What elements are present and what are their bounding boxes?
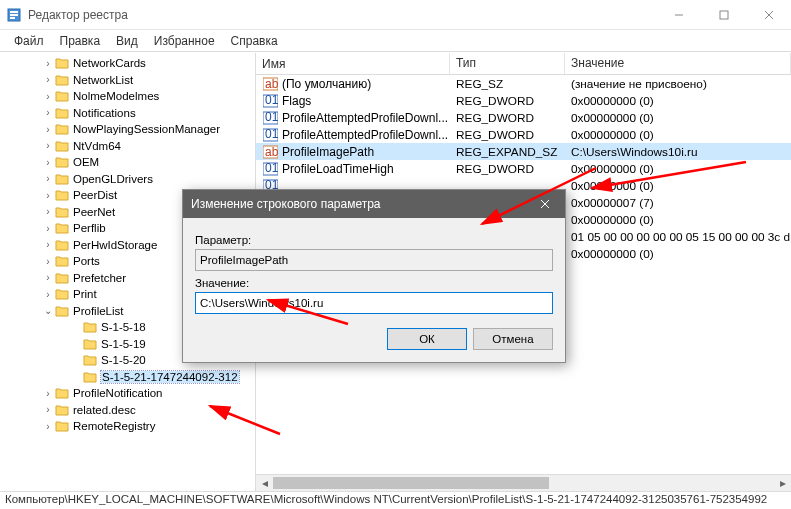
value-name: Flags bbox=[282, 94, 311, 108]
tree-node[interactable]: S-1-5-21-1747244092-312 bbox=[0, 369, 255, 386]
tree-node[interactable]: ›ProfileNotification bbox=[0, 385, 255, 402]
tree-node[interactable]: ›related.desc bbox=[0, 402, 255, 419]
menu-favorites[interactable]: Избранное bbox=[146, 32, 223, 50]
chevron-right-icon[interactable]: › bbox=[42, 74, 54, 85]
table-row[interactable]: 011ProfileAttemptedProfileDownl...REG_DW… bbox=[256, 126, 791, 143]
folder-icon bbox=[54, 304, 70, 318]
ok-button[interactable]: ОК bbox=[387, 328, 467, 350]
tree-node[interactable]: ›NetworkCards bbox=[0, 55, 255, 72]
cell-type: REG_DWORD bbox=[450, 111, 565, 125]
dialog-titlebar[interactable]: Изменение строкового параметра bbox=[183, 190, 565, 218]
dialog-title: Изменение строкового параметра bbox=[191, 197, 381, 211]
svg-text:ab: ab bbox=[265, 77, 278, 91]
tree-node[interactable]: ›Notifications bbox=[0, 105, 255, 122]
tree-node[interactable]: ›NtVdm64 bbox=[0, 138, 255, 155]
col-name[interactable]: Имя bbox=[256, 53, 450, 74]
tree-node[interactable]: ›OpenGLDrivers bbox=[0, 171, 255, 188]
folder-icon bbox=[54, 221, 70, 235]
svg-rect-5 bbox=[720, 11, 728, 19]
scroll-thumb[interactable] bbox=[273, 477, 549, 489]
minimize-button[interactable] bbox=[656, 1, 701, 29]
tree-node[interactable]: ›NowPlayingSessionManager bbox=[0, 121, 255, 138]
tree-label: NowPlayingSessionManager bbox=[73, 123, 220, 135]
chevron-right-icon[interactable]: › bbox=[42, 190, 54, 201]
folder-icon bbox=[54, 254, 70, 268]
svg-rect-3 bbox=[10, 17, 15, 19]
chevron-right-icon[interactable]: › bbox=[42, 239, 54, 250]
cell-data: 0x00000000 (0) bbox=[565, 94, 791, 108]
status-bar: Компьютер\HKEY_LOCAL_MACHINE\SOFTWARE\Mi… bbox=[0, 491, 791, 509]
menu-view[interactable]: Вид bbox=[108, 32, 146, 50]
folder-icon bbox=[82, 353, 98, 367]
chevron-right-icon[interactable]: › bbox=[42, 223, 54, 234]
table-row[interactable]: abProfileImagePathREG_EXPAND_SZC:\Users\… bbox=[256, 143, 791, 160]
tree-label: PerHwIdStorage bbox=[73, 239, 157, 251]
value-field[interactable] bbox=[195, 292, 553, 314]
chevron-right-icon[interactable]: › bbox=[42, 206, 54, 217]
menu-help[interactable]: Справка bbox=[223, 32, 286, 50]
scroll-right-icon[interactable]: ▸ bbox=[774, 475, 791, 492]
cell-name: 011Flags bbox=[256, 94, 450, 108]
tree-label: PeerDist bbox=[73, 189, 117, 201]
folder-icon bbox=[54, 89, 70, 103]
value-name: ProfileImagePath bbox=[282, 145, 374, 159]
tree-node[interactable]: ›RemoteRegistry bbox=[0, 418, 255, 435]
folder-icon bbox=[82, 320, 98, 334]
chevron-right-icon[interactable]: › bbox=[42, 289, 54, 300]
menu-edit[interactable]: Правка bbox=[52, 32, 109, 50]
chevron-down-icon[interactable]: ⌄ bbox=[42, 305, 54, 316]
chevron-right-icon[interactable]: › bbox=[42, 173, 54, 184]
chevron-right-icon[interactable]: › bbox=[42, 124, 54, 135]
chevron-right-icon[interactable]: › bbox=[42, 157, 54, 168]
svg-text:011: 011 bbox=[265, 111, 278, 124]
folder-icon bbox=[54, 172, 70, 186]
tree-label: S-1-5-18 bbox=[101, 321, 146, 333]
param-label: Параметр: bbox=[195, 234, 553, 246]
app-icon bbox=[0, 8, 28, 22]
cell-data: C:\Users\Windows10i.ru bbox=[565, 145, 791, 159]
folder-icon bbox=[54, 188, 70, 202]
window-title: Редактор реестра bbox=[28, 8, 656, 22]
cell-name: abProfileImagePath bbox=[256, 145, 450, 159]
table-row[interactable]: 011ProfileAttemptedProfileDownl...REG_DW… bbox=[256, 109, 791, 126]
table-row[interactable]: 011FlagsREG_DWORD0x00000000 (0) bbox=[256, 92, 791, 109]
folder-icon bbox=[54, 106, 70, 120]
chevron-right-icon[interactable]: › bbox=[42, 140, 54, 151]
edit-string-dialog: Изменение строкового параметра Параметр:… bbox=[182, 189, 566, 363]
cell-data: 0x00000000 (0) bbox=[565, 128, 791, 142]
hscrollbar[interactable]: ◂ ▸ bbox=[256, 474, 791, 491]
binary-icon: 011 bbox=[262, 128, 278, 142]
value-label: Значение: bbox=[195, 277, 553, 289]
svg-rect-2 bbox=[10, 14, 18, 16]
table-row[interactable]: ab(По умолчанию)REG_SZ(значение не присв… bbox=[256, 75, 791, 92]
dialog-close-button[interactable] bbox=[525, 190, 565, 218]
col-type[interactable]: Тип bbox=[450, 53, 565, 74]
tree-node[interactable]: ›NolmeModelmes bbox=[0, 88, 255, 105]
col-value[interactable]: Значение bbox=[565, 53, 791, 74]
chevron-right-icon[interactable]: › bbox=[42, 388, 54, 399]
tree-label: Perflib bbox=[73, 222, 106, 234]
scroll-track[interactable] bbox=[273, 475, 774, 492]
table-row[interactable]: 011ProfileLoadTimeHighREG_DWORD0x0000000… bbox=[256, 160, 791, 177]
scroll-left-icon[interactable]: ◂ bbox=[256, 475, 273, 492]
chevron-right-icon[interactable]: › bbox=[42, 404, 54, 415]
chevron-right-icon[interactable]: › bbox=[42, 91, 54, 102]
binary-icon: 011 bbox=[262, 162, 278, 176]
chevron-right-icon[interactable]: › bbox=[42, 58, 54, 69]
tree-node[interactable]: ›NetworkList bbox=[0, 72, 255, 89]
tree-label: ProfileNotification bbox=[73, 387, 162, 399]
list-header: Имя Тип Значение bbox=[256, 53, 791, 75]
close-button[interactable] bbox=[746, 1, 791, 29]
tree-node[interactable]: ›OEM bbox=[0, 154, 255, 171]
menu-file[interactable]: Файл bbox=[6, 32, 52, 50]
cancel-button[interactable]: Отмена bbox=[473, 328, 553, 350]
maximize-button[interactable] bbox=[701, 1, 746, 29]
tree-label: Notifications bbox=[73, 107, 136, 119]
folder-icon bbox=[54, 271, 70, 285]
chevron-right-icon[interactable]: › bbox=[42, 272, 54, 283]
cell-data: 0x00000000 (0) bbox=[565, 111, 791, 125]
chevron-right-icon[interactable]: › bbox=[42, 107, 54, 118]
chevron-right-icon[interactable]: › bbox=[42, 256, 54, 267]
cell-data: 01 05 00 00 00 00 00 05 15 00 00 00 3c d… bbox=[565, 230, 791, 244]
chevron-right-icon[interactable]: › bbox=[42, 421, 54, 432]
